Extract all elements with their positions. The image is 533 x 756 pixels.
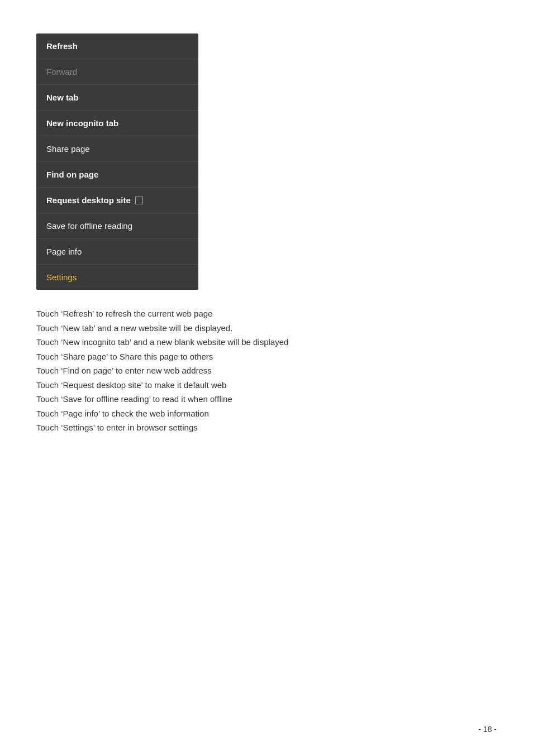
menu-item-refresh[interactable]: Refresh xyxy=(36,34,198,59)
menu-item-request-desktop-site[interactable]: Request desktop site xyxy=(36,188,198,213)
menu-item-share-page[interactable]: Share page xyxy=(36,136,198,162)
description-line-4: Touch ‘Find on page’ to enter new web ad… xyxy=(36,363,497,378)
description-block: Touch ‘Refresh’ to refresh the current w… xyxy=(36,307,497,435)
menu-item-forward[interactable]: Forward xyxy=(36,59,198,85)
menu-item-label-new-tab: New tab xyxy=(46,93,79,102)
description-line-8: Touch ‘Settings’ to enter in browser set… xyxy=(36,420,497,435)
menu-item-label-page-info: Page info xyxy=(46,247,82,256)
menu-item-label-forward: Forward xyxy=(46,67,77,76)
description-line-7: Touch ‘Page info’ to check the web infor… xyxy=(36,406,497,421)
description-line-0: Touch ‘Refresh’ to refresh the current w… xyxy=(36,307,497,321)
description-line-3: Touch ‘Share page’ to Share this page to… xyxy=(36,350,497,364)
menu-item-new-tab[interactable]: New tab xyxy=(36,85,198,111)
description-line-5: Touch ‘Request desktop site’ to make it … xyxy=(36,378,497,393)
menu-item-label-share-page: Share page xyxy=(46,144,90,154)
description-line-1: Touch ‘New tab’ and a new website will b… xyxy=(36,321,497,336)
menu-item-label-find-on-page: Find on page xyxy=(46,170,98,179)
menu-item-label-new-incognito-tab: New incognito tab xyxy=(46,118,118,128)
page-number: - 18 - xyxy=(478,725,497,734)
menu-item-page-info[interactable]: Page info xyxy=(36,239,198,265)
checkbox-request-desktop-site[interactable] xyxy=(135,197,143,204)
menu-item-find-on-page[interactable]: Find on page xyxy=(36,162,198,188)
page-container: RefreshForwardNew tabNew incognito tabSh… xyxy=(0,0,533,756)
menu-item-save-for-offline-reading[interactable]: Save for offline reading xyxy=(36,213,198,239)
description-line-6: Touch ‘Save for offline reading’ to read… xyxy=(36,392,497,406)
menu-item-settings[interactable]: Settings xyxy=(36,265,198,290)
menu-item-label-request-desktop-site: Request desktop site xyxy=(46,195,131,205)
menu-item-label-settings: Settings xyxy=(46,272,77,282)
context-menu: RefreshForwardNew tabNew incognito tabSh… xyxy=(36,34,198,290)
menu-item-label-refresh: Refresh xyxy=(46,41,78,51)
menu-item-new-incognito-tab[interactable]: New incognito tab xyxy=(36,111,198,136)
description-line-2: Touch ‘New incognito tab’ and a new blan… xyxy=(36,335,497,350)
menu-item-label-save-for-offline-reading: Save for offline reading xyxy=(46,221,132,231)
